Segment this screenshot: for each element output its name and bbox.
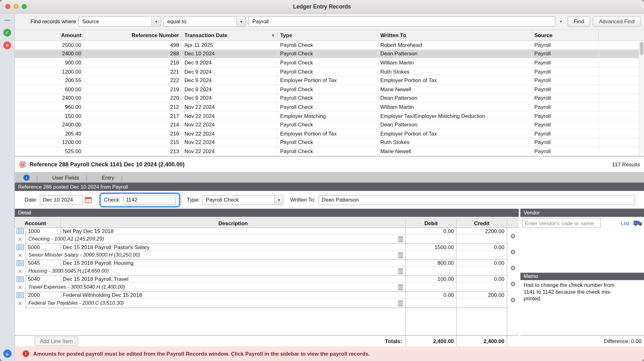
debit-field[interactable]: 1500.00 [406,244,457,251]
account-code-field[interactable]: 5000 [25,244,61,251]
table-scrollbar[interactable] [639,41,644,156]
type-column-header[interactable]: Type [278,30,378,40]
title-bar: Ledger Entry Records [0,0,644,14]
chevron-down-icon: ▾ [237,17,245,26]
transaction-date-column-header[interactable]: Transaction Date ∨ [182,30,278,40]
pig-icon [19,160,27,168]
tab-options-icon[interactable]: ⋮ [84,174,89,181]
add-line-item-button[interactable]: Add Line Item [35,336,78,346]
description-field[interactable]: Dec 15 2018 Payroll: Pastor's Salary [61,244,406,251]
find-button[interactable]: Find [568,16,590,27]
delete-line-icon[interactable]: ✕ [18,300,23,307]
debit-field[interactable]: 800.00 [406,260,457,267]
sort-chevron-icon: ∨ [269,33,275,37]
calculator-icon[interactable] [398,284,403,290]
account-detail-text: Travel Expenses - 3000.5040.H (1,400.00) [28,284,125,290]
find-history-dropdown-icon[interactable]: ▾ [558,19,564,24]
tab-user-fields[interactable]: User Fields [52,174,79,181]
vendor-list-link[interactable]: List [621,220,629,226]
debit-field[interactable]: 0.00 [406,292,457,299]
calendar-icon[interactable] [85,196,92,203]
type-cell: Payroll Check [278,138,378,147]
delete-line-icon[interactable]: ✕ [18,284,23,291]
calculator-icon[interactable] [398,252,403,258]
calculator-icon[interactable] [398,236,403,242]
table-row[interactable]: 205.40 216 Nov 22 2024 Employer Portion … [15,129,644,138]
sidebar-drag-handle[interactable] [4,20,10,21]
source-column-header[interactable]: Source [532,30,599,40]
credit-field[interactable]: 0.00 [457,260,507,267]
line-settings-gear-icon[interactable]: ⚙ [508,264,518,272]
table-row[interactable]: 2500.00 498 Apr 11 2025 Payroll Check Ro… [15,41,644,49]
find-operator-select[interactable]: equal to ▾ [164,16,246,27]
table-row[interactable]: 150.00 217 Nov 22 2024 Employer Matching… [15,112,644,120]
table-row[interactable]: 1200.00 221 Dec 9 2024 Payroll Check Rut… [15,67,644,76]
ledger-book-icon[interactable] [16,276,24,282]
debit-field[interactable]: 100.00 [406,276,457,283]
table-row[interactable]: 1200.00 215 Nov 22 2024 Payroll Check Ru… [15,138,644,147]
close-window-button[interactable] [5,4,10,9]
tab-entry[interactable]: Entry [102,174,114,181]
account-code-field[interactable]: 5045 [25,260,61,267]
account-code-field[interactable]: 2000 [25,292,61,299]
credit-field[interactable]: 0.00 [457,276,507,283]
zoom-window-button[interactable] [22,4,27,9]
reference-cell: 221 [84,67,182,76]
written-to-input[interactable] [319,195,635,205]
account-code-field[interactable]: 1000 [25,228,61,235]
credit-field[interactable]: 0.00 [457,244,507,251]
credit-field[interactable]: 200.00 [457,292,507,299]
find-value-input[interactable] [249,16,555,27]
vendor-truck-icon[interactable] [633,220,642,226]
table-row[interactable]: 525.00 213 Nov 22 2024 Payroll Check Mar… [15,147,644,156]
line-settings-gear-icon[interactable]: ⚙ [508,280,518,288]
source-cell: Payroll [532,50,599,58]
find-field-select[interactable]: Source ▾ [79,16,161,27]
line-item: 1000 Net Pay Dec 15 2018 0.00 2200.00 ✕ … [15,228,519,244]
calculator-icon[interactable] [398,268,403,274]
table-row[interactable]: 2400.00 214 Nov 22 2024 Payroll Check De… [15,120,644,129]
calculator-icon[interactable] [398,300,403,306]
ledger-book-icon[interactable] [16,260,24,266]
commit-record-button[interactable]: ✓ [3,29,11,36]
credit-field[interactable]: 2200.00 [457,228,507,235]
delete-line-icon[interactable]: ✕ [18,236,23,242]
table-row[interactable]: 960.00 212 Nov 22 2024 Payroll Check Wil… [15,103,644,112]
table-row-selected[interactable]: 2400.00 288 Dec 10 2024 Payroll Check De… [15,50,644,58]
minimize-window-button[interactable] [14,4,19,9]
vendor-search-input[interactable] [522,218,601,228]
description-field[interactable]: Dec 15 2018 Payroll: Housing [61,260,406,267]
line-settings-gear-icon[interactable]: ⚙ [508,248,518,256]
memo-field[interactable]: Had to change the check number from 1141… [524,282,617,302]
reference-number-column-header[interactable]: Reference Number [84,30,182,40]
delete-line-icon[interactable]: ✕ [18,252,23,258]
amount-column-header[interactable]: Amount [15,30,84,40]
debit-field[interactable]: 0.00 [406,228,457,235]
type-select[interactable]: Payroll Check ▾ [202,195,284,205]
description-field[interactable]: Dec 15 2018 Payroll: Travel [61,276,406,283]
table-header-row: Amount Reference Number Transaction Date… [15,30,644,41]
line-settings-gear-icon[interactable]: ⚙ [508,232,518,240]
tab-options-icon[interactable]: ⋮ [119,174,125,181]
table-row[interactable]: 206.55 222 Dec 9 2024 Employer Portion o… [15,76,644,85]
delete-line-icon[interactable]: ✕ [18,268,23,275]
table-row[interactable]: 900.00 218 Dec 9 2024 Payroll Check Will… [15,58,644,67]
account-code-field[interactable]: 5040 [25,276,61,283]
scrollbar-thumb[interactable] [640,42,643,55]
info-button[interactable]: i [23,174,30,181]
table-row[interactable]: 2400.00 220 Dec 9 2024 Payroll Check Dea… [15,94,644,103]
check-number-input[interactable] [123,195,175,204]
ledger-book-icon[interactable] [16,228,24,234]
table-row[interactable]: 600.00 219 Dec 9 2024 Payroll Check Mari… [15,85,644,94]
line-settings-gear-icon[interactable]: ⚙ [508,296,518,304]
expand-sidebar-button[interactable]: » [3,350,11,358]
date-input[interactable] [40,195,83,205]
description-field[interactable]: Net Pay Dec 15 2018 [61,228,406,235]
description-field[interactable]: Federal Withholding Dec 15 2018 [61,292,406,299]
advanced-find-button[interactable]: Advanced Find [593,16,641,27]
revert-record-button[interactable]: ✕ [3,42,11,49]
ledger-book-icon[interactable] [16,244,24,250]
info-options-icon[interactable]: ⋮ [35,174,40,181]
written-to-column-header[interactable]: Written To [378,30,532,40]
ledger-book-icon[interactable] [16,292,24,298]
